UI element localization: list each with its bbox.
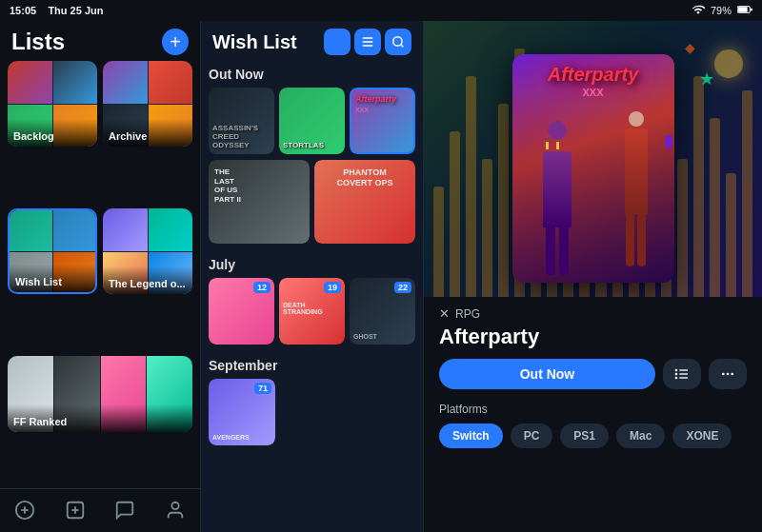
status-time: 15:05 bbox=[10, 5, 36, 16]
left-header: Lists + bbox=[0, 21, 200, 61]
right-panel: ★ ◆ Afterparty XXX bbox=[424, 21, 762, 532]
list-card-wishlist[interactable]: Wish List bbox=[8, 208, 97, 294]
cover-tile bbox=[103, 208, 148, 251]
nav-profile[interactable] bbox=[161, 496, 190, 524]
game-cover: 71 AVENGERS bbox=[209, 379, 275, 445]
game-cover: 22 GHOST bbox=[350, 278, 415, 345]
lists-title: Lists bbox=[11, 29, 65, 55]
list-card-backlog[interactable]: Backlog bbox=[8, 61, 97, 147]
game-cover: Afterparty XXX bbox=[350, 88, 415, 154]
platform-mac[interactable]: Mac bbox=[616, 424, 665, 448]
game-row-september: 71 AVENGERS bbox=[209, 379, 415, 445]
lists-grid: Backlog Archive Wi bbox=[0, 61, 200, 488]
svg-point-18 bbox=[722, 373, 725, 376]
badge-19: 19 bbox=[324, 282, 341, 293]
game-cover-frame: Afterparty XXX bbox=[512, 54, 674, 283]
platform-pc[interactable]: PC bbox=[511, 424, 553, 448]
list-card-label: Wish List bbox=[10, 265, 95, 292]
badge-71: 71 bbox=[254, 383, 271, 394]
game-thumb-death-stranding[interactable]: 19 DEATHSTRANDING bbox=[279, 278, 345, 345]
svg-point-19 bbox=[727, 373, 730, 376]
svg-point-10 bbox=[393, 37, 402, 46]
game-thumb-phantom[interactable]: PHANTOMCOVERT OPS bbox=[314, 160, 415, 244]
game-row-2: THELASTOF USPART II PHANTOMCOVERT OPS bbox=[209, 160, 415, 244]
mid-panel: Wish List bbox=[200, 21, 424, 532]
battery-text: 79% bbox=[711, 5, 732, 16]
add-list-button[interactable]: + bbox=[162, 29, 189, 55]
bottom-nav bbox=[0, 488, 200, 532]
list-card-label: Backlog bbox=[8, 119, 97, 147]
game-cover: 19 DEATHSTRANDING bbox=[279, 278, 345, 345]
game-cover: 12 bbox=[209, 278, 274, 345]
cover-tile bbox=[149, 61, 193, 104]
main-content: Lists + Backlog bbox=[0, 21, 762, 532]
genre-icon: ✕ bbox=[439, 306, 450, 321]
game-thumb-july1[interactable]: 12 bbox=[209, 278, 274, 345]
platform-switch[interactable]: Switch bbox=[439, 424, 503, 448]
menu-button[interactable] bbox=[354, 29, 381, 55]
list-icon-button[interactable] bbox=[663, 359, 701, 389]
genre-row: ✕ RPG bbox=[439, 306, 747, 321]
game-thumb-stortlas[interactable]: STORTLAS bbox=[279, 88, 345, 154]
nav-add-square[interactable] bbox=[61, 496, 90, 524]
nav-message[interactable] bbox=[110, 496, 139, 524]
sort-button[interactable] bbox=[324, 29, 351, 55]
list-card-archive[interactable]: Archive bbox=[103, 61, 192, 147]
cover-tile bbox=[8, 61, 52, 104]
mid-content: Out Now ASSASSIN'SCREEDODYSSEY STORTLAS … bbox=[201, 59, 423, 532]
game-info-section: ✕ RPG Afterparty Out Now Platfor bbox=[424, 297, 762, 456]
game-cover: STORTLAS bbox=[279, 88, 345, 154]
battery-icon bbox=[737, 5, 752, 16]
platform-ps1[interactable]: PS1 bbox=[560, 424, 609, 448]
cover-tile bbox=[103, 61, 148, 104]
game-cover-area: Afterparty XXX bbox=[424, 21, 762, 297]
mid-actions bbox=[324, 29, 411, 55]
left-panel: Lists + Backlog bbox=[0, 21, 200, 532]
section-september: September bbox=[209, 350, 415, 379]
list-card-label: Archive bbox=[103, 119, 192, 147]
game-cover: PHANTOMCOVERT OPS bbox=[314, 160, 415, 244]
game-thumb-ac-odyssey[interactable]: ASSASSIN'SCREEDODYSSEY bbox=[209, 88, 274, 154]
platforms-label: Platforms bbox=[439, 403, 747, 416]
cover-tile bbox=[53, 210, 96, 251]
genre-text: RPG bbox=[455, 307, 480, 321]
badge-12: 12 bbox=[253, 282, 271, 293]
game-row-july: 12 19 DEATHSTRANDING 22 GHOST bbox=[209, 278, 415, 345]
game-name: Afterparty bbox=[439, 325, 747, 349]
game-thumb-tlou2[interactable]: THELASTOF USPART II bbox=[209, 160, 310, 244]
list-card-ff[interactable]: FF Ranked bbox=[8, 356, 192, 432]
status-date: Thu 25 Jun bbox=[48, 5, 103, 16]
list-card-label: The Legend o... bbox=[103, 266, 192, 294]
game-cover: ASSASSIN'SCREEDODYSSEY bbox=[209, 88, 274, 154]
game-thumb-avengers[interactable]: 71 AVENGERS bbox=[209, 379, 275, 445]
cover-tile bbox=[149, 208, 193, 251]
section-july: July bbox=[209, 249, 415, 278]
svg-point-17 bbox=[675, 377, 676, 378]
wishlist-title: Wish List bbox=[212, 31, 297, 53]
list-card-label: FF Ranked bbox=[8, 404, 192, 432]
nav-add-circle[interactable] bbox=[10, 496, 39, 524]
wifi-icon bbox=[692, 3, 705, 18]
svg-rect-2 bbox=[751, 9, 752, 11]
mid-header: Wish List bbox=[201, 21, 423, 59]
svg-point-15 bbox=[675, 369, 676, 370]
more-options-button[interactable] bbox=[709, 359, 747, 389]
game-row: ASSASSIN'SCREEDODYSSEY STORTLAS Afterpar… bbox=[209, 88, 415, 154]
svg-rect-1 bbox=[738, 7, 748, 11]
status-bar: 15:05 Thu 25 Jun 79% bbox=[0, 0, 762, 21]
status-right: 79% bbox=[692, 3, 752, 18]
search-button[interactable] bbox=[385, 29, 411, 55]
game-cover-title: Afterparty bbox=[512, 64, 674, 86]
svg-point-20 bbox=[731, 373, 733, 376]
out-now-button[interactable]: Out Now bbox=[439, 359, 655, 389]
game-thumb-afterparty[interactable]: Afterparty XXX bbox=[350, 88, 415, 154]
section-out-now: Out Now bbox=[209, 59, 415, 88]
badge-22: 22 bbox=[394, 282, 411, 293]
list-card-legend[interactable]: The Legend o... bbox=[103, 208, 192, 294]
svg-line-11 bbox=[401, 45, 404, 48]
platform-xone[interactable]: XONE bbox=[672, 424, 732, 448]
game-cover: THELASTOF USPART II bbox=[209, 160, 310, 244]
platforms-row: Switch PC PS1 Mac XONE bbox=[439, 424, 747, 448]
game-thumb-ghost[interactable]: 22 GHOST bbox=[350, 278, 415, 345]
game-actions-row: Out Now bbox=[439, 359, 747, 389]
